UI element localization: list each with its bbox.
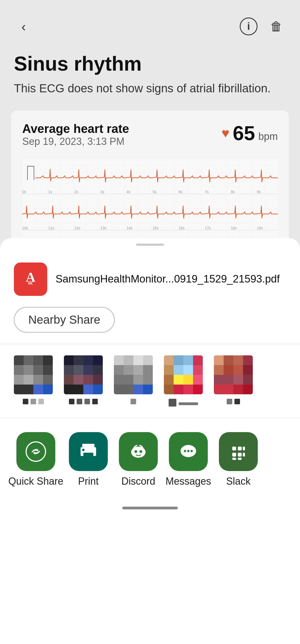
app-item-slack[interactable]: Slack <box>213 432 263 487</box>
svg-rect-54 <box>14 385 33 394</box>
indicator-bar <box>179 402 198 405</box>
svg-rect-121 <box>82 444 94 447</box>
contact-item-4[interactable] <box>158 355 208 407</box>
svg-rect-87 <box>143 385 153 394</box>
svg-rect-63 <box>74 365 83 375</box>
svg-rect-82 <box>114 375 133 385</box>
svg-rect-59 <box>74 355 83 365</box>
apps-row: Quick Share Print <box>0 418 300 498</box>
svg-rect-44 <box>33 355 43 365</box>
svg-point-131 <box>187 450 189 452</box>
discord-icon-wrapper <box>119 432 158 471</box>
svg-rect-83 <box>133 375 143 385</box>
svg-rect-51 <box>24 375 33 385</box>
ecg-row-1: 0s 1s 2s 3s 4s 5s 6s 7s 8s 9s <box>22 158 278 194</box>
svg-rect-102 <box>174 385 183 394</box>
indicator-dot <box>169 399 176 407</box>
svg-rect-95 <box>183 365 193 375</box>
contact-indicators-1 <box>23 399 44 404</box>
contact-item-5[interactable] <box>208 355 258 407</box>
page-subtitle: This ECG does not show signs of atrial f… <box>14 80 286 97</box>
contact-item-2[interactable] <box>58 355 108 407</box>
svg-rect-84 <box>143 375 153 385</box>
svg-text:10s: 10s <box>22 226 28 230</box>
svg-rect-50 <box>14 375 24 385</box>
svg-rect-43 <box>24 355 33 365</box>
svg-rect-42 <box>14 355 24 365</box>
ecg-row-2: 10s 11s 12s 13s 14s 15s 16s 17s 18s 19s <box>22 194 278 230</box>
ecg-title-group: Average heart rate Sep 19, 2023, 3:13 PM <box>22 122 129 156</box>
header-row: ‹ i 🗑 <box>14 17 286 36</box>
svg-rect-48 <box>33 365 43 375</box>
svg-rect-71 <box>83 385 93 394</box>
svg-rect-106 <box>214 355 224 365</box>
svg-rect-99 <box>183 375 193 385</box>
svg-rect-46 <box>14 365 24 375</box>
svg-text:16s: 16s <box>179 226 184 230</box>
indicator-dot <box>69 399 74 404</box>
svg-rect-15 <box>22 194 278 230</box>
svg-rect-69 <box>93 375 103 385</box>
app-label-slack: Slack <box>226 475 251 487</box>
ecg-card-header: Average heart rate Sep 19, 2023, 3:13 PM… <box>22 122 278 156</box>
header-actions: i 🗑 <box>239 17 286 36</box>
info-icon: i <box>240 18 258 35</box>
contact-indicators-4 <box>169 399 198 407</box>
svg-text:14s: 14s <box>127 226 132 230</box>
info-button[interactable]: i <box>239 17 258 36</box>
file-info-row: A dc SamsungHealthMonitor...0919_1529_21… <box>0 257 300 307</box>
svg-rect-75 <box>124 355 133 365</box>
svg-rect-70 <box>64 385 83 394</box>
svg-rect-111 <box>224 365 233 375</box>
svg-rect-49 <box>43 365 53 375</box>
app-item-print[interactable]: Print <box>63 432 113 487</box>
svg-rect-58 <box>64 355 74 365</box>
svg-rect-140 <box>243 453 245 457</box>
contact-item-3[interactable] <box>108 355 158 407</box>
contact-item-1[interactable] <box>8 355 58 407</box>
svg-rect-124 <box>82 449 84 451</box>
delete-button[interactable]: 🗑 <box>267 17 286 36</box>
svg-rect-118 <box>233 385 243 394</box>
svg-rect-137 <box>243 447 245 450</box>
svg-rect-60 <box>83 355 93 365</box>
app-item-messages[interactable]: Messages <box>163 432 213 487</box>
svg-rect-80 <box>133 365 143 375</box>
svg-rect-109 <box>243 355 253 365</box>
svg-rect-114 <box>214 375 233 385</box>
svg-rect-94 <box>174 365 183 375</box>
svg-text:8s: 8s <box>231 190 235 194</box>
svg-rect-103 <box>183 385 193 394</box>
svg-rect-112 <box>233 365 243 375</box>
ecg-card-title: Average heart rate <box>22 122 129 136</box>
svg-rect-113 <box>243 365 253 375</box>
svg-text:4s: 4s <box>127 190 131 194</box>
app-item-quick-share[interactable]: Quick Share <box>8 432 63 487</box>
indicator-dot <box>227 399 232 404</box>
indicator-dot <box>23 399 28 404</box>
svg-rect-96 <box>193 365 203 375</box>
svg-rect-136 <box>238 453 242 457</box>
svg-text:3s: 3s <box>101 190 104 194</box>
contacts-row <box>0 344 300 418</box>
ecg-date: Sep 19, 2023, 3:13 PM <box>22 136 129 147</box>
share-bottom-sheet: A dc SamsungHealthMonitor...0919_1529_21… <box>0 238 300 644</box>
indicator-dot <box>131 399 136 404</box>
svg-rect-133 <box>232 447 236 450</box>
indicator-dot <box>77 399 82 404</box>
svg-text:13s: 13s <box>101 226 106 230</box>
svg-point-126 <box>134 450 137 453</box>
contact-avatar-5 <box>214 355 253 394</box>
back-button[interactable]: ‹ <box>14 17 33 36</box>
svg-text:17s: 17s <box>205 226 211 230</box>
file-name: SamsungHealthMonitor...0919_1529_21593.p… <box>56 272 280 286</box>
nearby-share-button[interactable]: Nearby Share <box>14 307 115 333</box>
svg-rect-65 <box>93 365 103 375</box>
app-item-discord[interactable]: Discord <box>113 432 163 487</box>
slack-icon-wrapper <box>219 432 258 471</box>
svg-text:19s: 19s <box>257 226 263 230</box>
indicator-dot <box>234 399 240 404</box>
svg-text:6s: 6s <box>179 190 182 194</box>
svg-rect-53 <box>43 375 53 385</box>
svg-point-120 <box>26 442 46 461</box>
